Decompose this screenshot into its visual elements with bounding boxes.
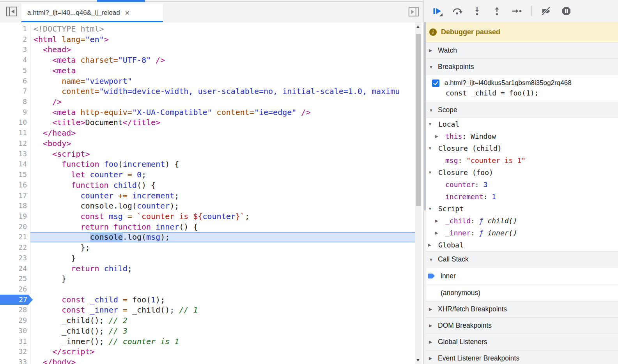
code-line[interactable]: return child; [30,263,415,274]
code-line[interactable]: <meta http-equiv="X-UA-Compatible" conte… [30,107,415,118]
line-number[interactable]: 29 [0,315,30,326]
line-number[interactable]: 8 [0,97,30,107]
scope-row[interactable]: ▼Local [423,118,618,130]
scope-row[interactable]: ▶_inner: ƒ inner() [423,227,618,239]
scope-row[interactable]: ▼Closure (child) [423,142,618,154]
scope-row[interactable]: increment: 1 [423,191,618,203]
code-line[interactable]: } [30,253,415,263]
line-number[interactable]: 20 [0,222,30,232]
expander-icon[interactable]: ▼ [428,146,438,150]
file-tab[interactable]: a.html?_ijt=l40...q46&_ij_reload ✕ [21,4,163,22]
scroll-down-icon[interactable] [416,359,420,362]
call-stack-frame[interactable]: (anonymous) [423,284,618,301]
line-number[interactable]: 15 [0,170,30,180]
line-number[interactable]: 31 [0,336,30,347]
code-line[interactable]: _child(); // 3 [30,326,415,336]
line-number[interactable]: 5 [0,65,30,76]
step-out-button[interactable] [492,6,502,16]
expander-icon[interactable]: ▶ [435,219,445,223]
code-line[interactable] [30,284,415,295]
line-number[interactable]: 22 [0,242,30,253]
line-number[interactable]: 10 [0,117,30,128]
line-number[interactable]: 25 [0,274,30,284]
expander-icon[interactable]: ▼ [429,108,433,113]
line-number[interactable]: 3 [0,44,30,55]
line-number[interactable]: 21 [0,232,30,242]
sidebar-scrollbar[interactable] [423,22,426,364]
section-header-dom-breakpoints[interactable]: ▶DOM Breakpoints [423,317,618,334]
code-line[interactable]: </head> [30,128,415,138]
line-number[interactable]: 12 [0,138,30,149]
line-number[interactable]: 18 [0,201,30,211]
toggle-debugger-sidebar-button[interactable] [407,5,420,18]
expander-icon[interactable]: ▼ [429,65,433,69]
code-line[interactable]: counter += increment; [30,191,415,201]
step-button[interactable] [512,6,522,16]
code-line[interactable]: content="width=device-width, user-scalab… [30,86,415,97]
expander-icon[interactable]: ▶ [429,339,433,345]
expander-icon[interactable]: ▶ [429,356,433,361]
code-line[interactable]: function child() { [30,180,415,191]
expander-icon[interactable]: ▶ [435,231,445,235]
line-number[interactable]: 16 [0,180,30,191]
line-number[interactable]: 4 [0,55,30,65]
line-number[interactable]: 1 [0,24,30,34]
code-line[interactable]: const msg = `counter is ${counter}`; [30,211,415,222]
code-line[interactable]: return function inner() { [30,222,415,232]
code-line[interactable]: _child(); // 2 [30,315,415,326]
scope-row[interactable]: ▼Script [423,203,618,215]
line-number[interactable]: 17 [0,191,30,201]
tab-close-icon[interactable]: ✕ [125,9,130,17]
line-number[interactable]: 23 [0,253,30,263]
code-editor[interactable]: 1234567891011121314151617181920212223242… [0,22,415,364]
code-line[interactable]: <html lang="en"> [30,34,415,45]
code-line[interactable]: name="viewport" [30,76,415,87]
line-number[interactable]: 32 [0,346,30,357]
sidebar-scrollbar-thumb[interactable] [424,22,426,210]
toggle-navigator-button[interactable] [5,4,19,18]
scroll-up-icon[interactable] [416,25,420,28]
editor-scrollbar[interactable] [415,22,421,364]
code-line[interactable]: }; [30,242,415,253]
line-number[interactable]: 13 [0,149,30,159]
section-header-watch[interactable]: ▶Watch [423,42,618,58]
scope-row[interactable]: msg: "counter is 1" [423,154,618,166]
resume-button[interactable] [432,6,443,16]
code-line[interactable]: /> [30,97,415,107]
breakpoint-checkbox[interactable] [432,80,439,87]
line-number[interactable]: 6 [0,76,30,87]
pause-on-exceptions-button[interactable] [561,6,572,16]
line-number[interactable]: 33 [0,357,30,364]
expander-icon[interactable]: ▶ [435,134,445,138]
section-header-xhr-fetch-breakpoints[interactable]: ▶XHR/fetch Breakpoints [423,301,618,317]
code-line[interactable]: } [30,274,415,284]
code-line[interactable]: <meta charset="UTF-8" /> [30,55,415,65]
line-number[interactable]: 26 [0,284,30,295]
code-line[interactable]: </body> [30,357,415,364]
code-line[interactable]: function foo(increment) { [30,159,415,170]
code-line[interactable]: </script> [30,346,415,357]
code-line[interactable]: <title>Document</title> [30,117,415,128]
expander-icon[interactable]: ▶ [429,323,433,328]
scope-row[interactable]: ▶_child: ƒ child() [423,215,618,227]
editor-scrollbar-thumb[interactable] [416,34,421,206]
section-header-global-listeners[interactable]: ▶Global Listeners [423,334,618,350]
breakpoint-entry[interactable]: a.html?_ijt=l40dkus5ar1qbsm8i35og2rq468c… [423,75,618,102]
line-number[interactable]: 19 [0,211,30,222]
expander-icon[interactable]: ▼ [429,257,433,262]
line-number[interactable]: 24 [0,263,30,274]
expander-icon[interactable]: ▼ [428,170,438,175]
scope-row[interactable]: ▶Global [423,239,618,251]
expander-icon[interactable]: ▶ [429,307,433,312]
section-header-event-listener-breakpoints[interactable]: ▶Event Listener Breakpoints [423,350,618,364]
line-number[interactable]: 30 [0,326,30,336]
deactivate-breakpoints-button[interactable] [541,6,552,16]
call-stack-frame[interactable]: inner [423,267,618,284]
step-into-button[interactable] [472,6,482,16]
breakpoint-marker[interactable]: 27 [0,295,33,305]
execution-line[interactable]: console.log(msg); [30,232,415,242]
section-header-breakpoints[interactable]: ▼Breakpoints [423,58,618,75]
section-header-call-stack[interactable]: ▼Call Stack [423,251,618,267]
line-number[interactable]: 11 [0,128,30,138]
code-line[interactable]: <meta [30,65,415,76]
